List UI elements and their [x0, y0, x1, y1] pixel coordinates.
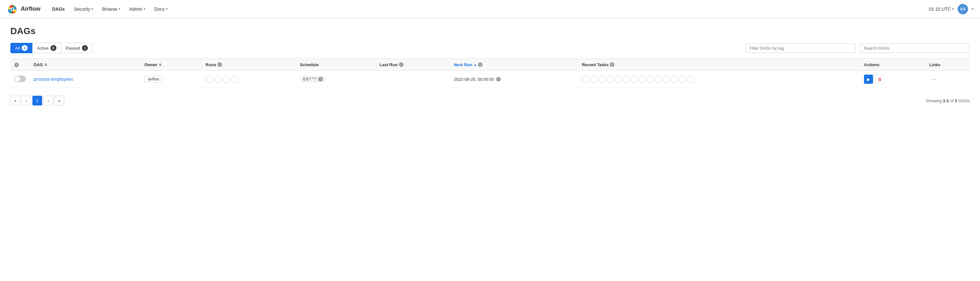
- task-circle: [687, 76, 694, 83]
- run-circles: [206, 76, 292, 83]
- task-circles: [582, 76, 856, 83]
- schedule-value: 0 0 * * *: [303, 77, 317, 81]
- brand-text: Airflow: [21, 5, 40, 12]
- th-actions: Actions: [860, 59, 926, 71]
- pagination-next-btn[interactable]: ›: [43, 96, 53, 105]
- next-run-row-info-icon[interactable]: i: [496, 77, 501, 81]
- th-last-run: Last Run i: [375, 59, 450, 71]
- table-row: process-employees airflow 0 0 * * * i 20…: [10, 71, 970, 88]
- next-run-datetime: 2022-08-25, 00:00:00: [454, 77, 494, 82]
- schedule-badge: 0 0 * * * i: [300, 76, 326, 82]
- actions-group: ▶ 🗑: [864, 75, 922, 84]
- next-run-cell: 2022-08-25, 00:00:00 i: [450, 71, 578, 88]
- more-links-button[interactable]: ···: [929, 75, 939, 84]
- nav-links: DAGs Security ▾ Browse ▾ Admin ▾ Docs ▾: [48, 4, 929, 14]
- pagination-info: Showing 1-1 of 1 DAGs: [926, 98, 970, 103]
- pagination-page1-btn[interactable]: 1: [32, 96, 42, 105]
- task-circle: [638, 76, 646, 83]
- recent-tasks-info-icon[interactable]: i: [610, 62, 614, 67]
- navbar: Airflow DAGs Security ▾ Browse ▾ Admin ▾…: [0, 0, 980, 18]
- nav-admin[interactable]: Admin ▾: [126, 4, 149, 14]
- owner-sort-icon: ⇅: [159, 63, 161, 67]
- task-circle: [630, 76, 638, 83]
- nav-security[interactable]: Security ▾: [70, 4, 97, 14]
- time-display[interactable]: 01:15 UTC ▾: [929, 6, 954, 12]
- filters-row: All 1 Active 0 Paused 1: [10, 43, 970, 53]
- user-chevron-icon: ▾: [972, 7, 974, 11]
- filter-active-tab[interactable]: Active 0: [32, 43, 61, 53]
- th-owner[interactable]: Owner ⇅: [140, 59, 202, 71]
- filter-active-label: Active: [37, 46, 48, 51]
- table-header-row: i DAG ⇅ Owner ⇅ Runs: [10, 59, 970, 71]
- last-run-info-icon[interactable]: i: [399, 62, 404, 67]
- nav-dags[interactable]: DAGs: [48, 4, 69, 14]
- filter-all-tab[interactable]: All 1: [10, 43, 32, 53]
- pagination-last-btn[interactable]: »: [54, 96, 64, 105]
- tag-filter-input[interactable]: [745, 43, 856, 53]
- dag-toggle[interactable]: [14, 76, 26, 82]
- links-cell: ···: [926, 71, 970, 88]
- task-circle: [582, 76, 589, 83]
- last-run-cell: [375, 71, 450, 88]
- dag-name-cell: process-employees: [30, 71, 140, 88]
- page-content: DAGs All 1 Active 0 Paused 1 i: [0, 18, 980, 118]
- owner-badge: airflow: [144, 76, 163, 82]
- pagination-controls: « ‹ 1 › »: [10, 96, 64, 105]
- brand-logo-link[interactable]: Airflow: [6, 3, 40, 15]
- task-circle: [671, 76, 678, 83]
- table-info-icon[interactable]: i: [14, 62, 19, 67]
- th-next-run[interactable]: Next Run ▲ i: [450, 59, 578, 71]
- dag-name-link[interactable]: process-employees: [34, 77, 73, 82]
- dag-sort-icon: ⇅: [45, 63, 47, 67]
- run-circle: [231, 76, 238, 83]
- filter-paused-label: Paused: [66, 46, 80, 51]
- task-circle: [590, 76, 597, 83]
- filter-active-count: 0: [51, 45, 56, 51]
- th-info: i: [10, 59, 30, 71]
- next-run-sort-icon: ▲: [474, 63, 477, 67]
- admin-chevron-icon: ▾: [143, 7, 145, 11]
- runs-info-icon[interactable]: i: [218, 62, 222, 67]
- task-circle: [598, 76, 605, 83]
- dag-table: i DAG ⇅ Owner ⇅ Runs: [10, 58, 970, 88]
- pagination-range: 1-1: [943, 98, 949, 103]
- task-circle: [663, 76, 670, 83]
- th-links: Links: [926, 59, 970, 71]
- runs-cell: [202, 71, 296, 88]
- task-circle: [646, 76, 654, 83]
- toggle-cell: [10, 71, 30, 88]
- th-dag[interactable]: DAG ⇅: [30, 59, 140, 71]
- th-recent-tasks: Recent Tasks i: [578, 59, 860, 71]
- run-circle: [223, 76, 230, 83]
- pagination-total: 1: [955, 98, 957, 103]
- run-circle: [214, 76, 221, 83]
- filter-paused-tab[interactable]: Paused 1: [61, 43, 93, 53]
- airflow-logo-icon: [6, 3, 18, 15]
- pagination-prev-btn[interactable]: ‹: [21, 96, 31, 105]
- nav-browse[interactable]: Browse ▾: [98, 4, 124, 14]
- navbar-right: 01:15 UTC ▾ AA ▾: [929, 4, 974, 14]
- task-circle: [655, 76, 662, 83]
- delete-dag-button[interactable]: 🗑: [875, 75, 884, 84]
- browse-chevron-icon: ▾: [119, 7, 120, 11]
- next-run-info-icon[interactable]: i: [478, 62, 482, 67]
- pagination-first-btn[interactable]: «: [10, 96, 20, 105]
- security-chevron-icon: ▾: [91, 7, 93, 11]
- task-circle: [679, 76, 686, 83]
- user-avatar[interactable]: AA: [958, 4, 968, 14]
- run-dag-button[interactable]: ▶: [864, 75, 873, 84]
- docs-chevron-icon: ▾: [166, 7, 167, 11]
- filter-all-count: 1: [22, 45, 27, 51]
- next-run-value: 2022-08-25, 00:00:00 i: [454, 77, 574, 82]
- th-runs: Runs i: [202, 59, 296, 71]
- schedule-cell: 0 0 * * * i: [296, 71, 376, 88]
- filter-all-label: All: [15, 46, 20, 51]
- search-input[interactable]: [859, 43, 970, 53]
- svg-point-1: [11, 8, 13, 10]
- page-title: DAGs: [10, 26, 970, 36]
- nav-docs[interactable]: Docs ▾: [150, 4, 172, 14]
- schedule-info-icon[interactable]: i: [318, 77, 323, 81]
- task-circle: [622, 76, 629, 83]
- actions-cell: ▶ 🗑: [860, 71, 926, 88]
- task-circle: [614, 76, 621, 83]
